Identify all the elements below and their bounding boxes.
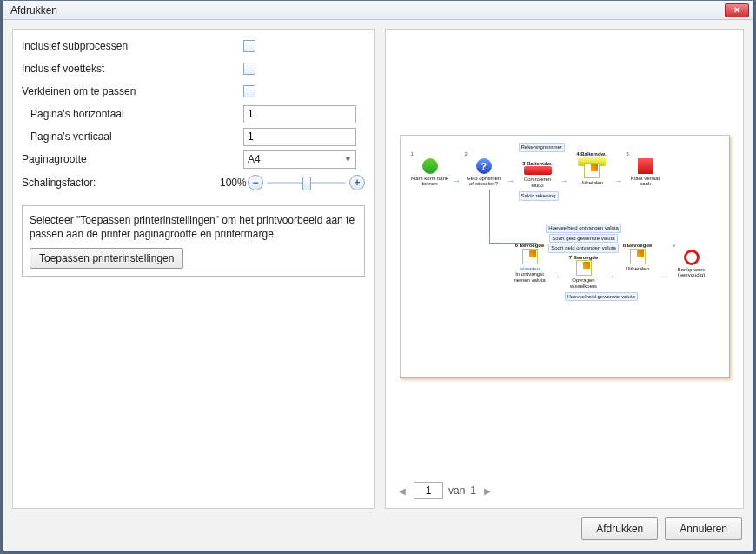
diagram-row-bottom: 6 Bevoegde wisselen In ontvangst nemen v… bbox=[511, 243, 719, 301]
start-icon bbox=[422, 158, 438, 174]
opt-page-size-row: Paginagrootte A4 ▼ bbox=[22, 150, 365, 169]
preview-area: 1 Klant komt bank binnen → 2 ? Geld opne… bbox=[393, 37, 736, 477]
edit-icon bbox=[522, 249, 538, 264]
diagram-node: 1 Klant komt bank binnen bbox=[411, 151, 449, 187]
diagram-row-top: 1 Klant komt bank binnen → 2 ? Geld opne… bbox=[411, 151, 719, 201]
titlebar: Afdrukken ✕ bbox=[3, 1, 753, 20]
dialog-title: Afdrukken bbox=[7, 4, 725, 17]
pager-total: 1 bbox=[470, 484, 476, 497]
opt-pages-v-row: Pagina's verticaal bbox=[22, 127, 365, 146]
scale-slider[interactable] bbox=[267, 175, 346, 190]
question-icon: ? bbox=[476, 158, 492, 174]
arrow-right-icon: → bbox=[560, 176, 569, 185]
diagram-tag: Rekeningnummer bbox=[519, 143, 565, 152]
diagram-tag: Soort geld ontvangen valuta bbox=[548, 244, 619, 253]
diagram-node: 8 Bevoegde Uitbetalen bbox=[619, 243, 657, 271]
opt-shrink-to-fit-row: Verkleinen om te passen bbox=[22, 82, 365, 101]
zoom-in-button[interactable]: + bbox=[349, 175, 365, 190]
opt-scale-row: Schalingsfactor: 100% − + bbox=[22, 172, 365, 193]
arrow-right-icon: → bbox=[660, 271, 669, 281]
scale-value: 100% bbox=[220, 177, 248, 189]
chevron-left-icon: ◀ bbox=[399, 486, 406, 496]
task-icon bbox=[524, 166, 552, 175]
minus-icon: − bbox=[252, 177, 258, 188]
diagram-tag: Hoeveelheid ontvangen valuta bbox=[546, 224, 621, 233]
chevron-down-icon: ▼ bbox=[344, 155, 352, 164]
page-size-label: Paginagrootte bbox=[22, 153, 243, 165]
pager-prev-button[interactable]: ◀ bbox=[396, 484, 408, 497]
pages-v-label: Pagina's verticaal bbox=[22, 130, 243, 143]
pager-page-input[interactable] bbox=[414, 482, 443, 499]
shrink-to-fit-label: Verkleinen om te passen bbox=[22, 85, 243, 97]
pages-h-input[interactable] bbox=[243, 105, 356, 123]
diagram-tag: Soort geld gewenste valuta bbox=[549, 234, 617, 244]
print-dialog: Afdrukken ✕ Inclusief subprocessen Inclu… bbox=[3, 0, 753, 551]
pager: ◀ van 1 ▶ bbox=[393, 477, 736, 501]
arrow-right-icon: → bbox=[614, 176, 623, 185]
diagram-connector bbox=[489, 190, 537, 244]
page-size-value: A4 bbox=[248, 153, 344, 165]
opt-include-footer-row: Inclusief voettekst bbox=[22, 59, 365, 78]
diagram-node: 4 Baliemdw. Uitbetalen bbox=[573, 151, 611, 185]
chevron-right-icon: ▶ bbox=[484, 486, 491, 496]
edit-icon bbox=[576, 260, 592, 276]
plus-icon: + bbox=[354, 177, 360, 188]
close-button[interactable]: ✕ bbox=[725, 3, 749, 17]
diagram-tag: Hoeveelheid gewenste valuta bbox=[565, 292, 638, 302]
apply-printer-settings-button[interactable]: Toepassen printerinstellingen bbox=[30, 248, 183, 269]
include-subprocesses-checkbox[interactable] bbox=[243, 40, 255, 52]
close-icon: ✕ bbox=[733, 6, 740, 15]
pages-v-input[interactable] bbox=[243, 128, 356, 146]
include-footer-checkbox[interactable] bbox=[243, 63, 255, 75]
pages-h-label: Pagina's horizontaal bbox=[22, 108, 243, 120]
end-icon bbox=[638, 158, 653, 174]
diagram-node: 2 ? Geld opnemen of wisselen? bbox=[465, 151, 503, 187]
page-size-select[interactable]: A4 ▼ bbox=[243, 150, 356, 169]
arrow-right-icon: → bbox=[453, 176, 461, 185]
dialog-body: Inclusief subprocessen Inclusief voettek… bbox=[3, 20, 753, 509]
cancel-button[interactable]: Annuleren bbox=[665, 517, 742, 540]
subprocess-icon bbox=[684, 250, 700, 265]
shrink-to-fit-checkbox[interactable] bbox=[243, 85, 255, 97]
include-subprocesses-label: Inclusief subprocessen bbox=[22, 40, 243, 52]
dialog-footer: Afdrukken Annuleren bbox=[3, 509, 753, 551]
opt-include-subprocesses-row: Inclusief subprocessen bbox=[22, 37, 365, 56]
opt-pages-h-row: Pagina's horizontaal bbox=[22, 104, 365, 123]
arrow-right-icon: → bbox=[553, 271, 561, 281]
diagram-node: 9 Bankproces (eenvoudig) bbox=[673, 243, 711, 278]
scale-label: Schalingsfactor: bbox=[22, 177, 220, 189]
arrow-right-icon: → bbox=[607, 271, 615, 281]
diagram-node: Hoeveelheid ontvangen valuta Soort geld … bbox=[565, 243, 603, 301]
pager-of-label: van bbox=[448, 484, 465, 497]
include-footer-label: Inclusief voettekst bbox=[22, 63, 243, 75]
preview-panel: 1 Klant komt bank binnen → 2 ? Geld opne… bbox=[385, 29, 744, 509]
edit-icon bbox=[630, 249, 646, 264]
print-button[interactable]: Afdrukken bbox=[581, 517, 658, 540]
edit-icon bbox=[584, 163, 600, 178]
preview-page: 1 Klant komt bank binnen → 2 ? Geld opne… bbox=[400, 135, 730, 378]
diagram-node: 5 Klant verlaat bank bbox=[627, 151, 665, 187]
printer-hint-text: Selecteer "Toepassen printerinstellingen… bbox=[30, 213, 357, 241]
arrow-right-icon: → bbox=[507, 176, 515, 185]
slider-thumb[interactable] bbox=[302, 177, 311, 190]
zoom-out-button[interactable]: − bbox=[248, 175, 263, 190]
diagram-node: 6 Bevoegde wisselen In ontvangst nemen v… bbox=[511, 243, 549, 283]
options-panel: Inclusief subprocessen Inclusief voettek… bbox=[12, 29, 375, 509]
printer-hint-box: Selecteer "Toepassen printerinstellingen… bbox=[22, 205, 365, 277]
pager-next-button[interactable]: ▶ bbox=[481, 484, 494, 497]
